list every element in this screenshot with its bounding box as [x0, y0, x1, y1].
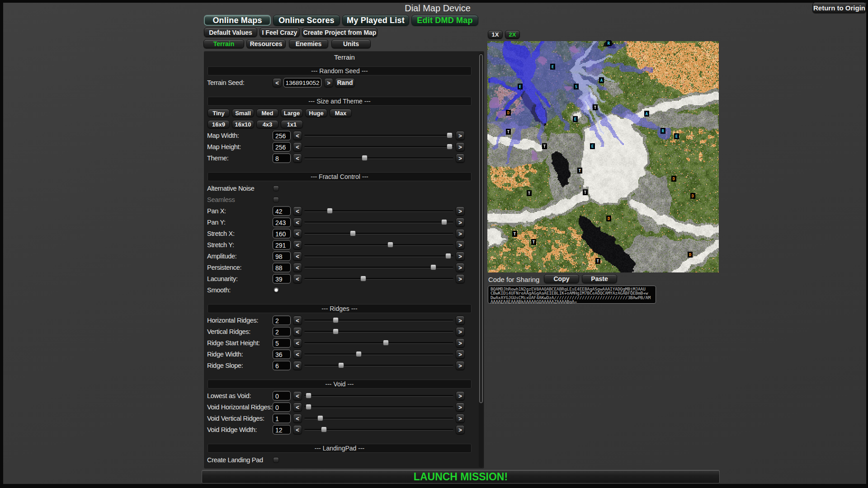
- subtab-resources[interactable]: Resources: [246, 39, 286, 48]
- map-marker-e[interactable]: E: [518, 84, 523, 89]
- horizontal-ridges-slider-handle[interactable]: [333, 317, 339, 323]
- seed-decrement-button[interactable]: <: [273, 78, 282, 87]
- void-vertical-ridges-decrement-button[interactable]: <: [293, 414, 302, 423]
- map-marker-e[interactable]: E: [573, 116, 578, 122]
- pan-y-value-input[interactable]: [273, 218, 291, 227]
- map-marker-r[interactable]: R: [660, 128, 665, 134]
- tab-edit-dmd-map[interactable]: Edit DMD Map: [411, 15, 478, 26]
- map-width-decrement-button[interactable]: <: [293, 131, 302, 140]
- lowest-as-void-decrement-button[interactable]: <: [293, 391, 302, 400]
- map-marker-a[interactable]: A: [599, 77, 604, 83]
- ridge-width-decrement-button[interactable]: <: [293, 350, 302, 359]
- ridge-slope-slider-handle[interactable]: [338, 362, 344, 368]
- map-marker-d[interactable]: D: [671, 176, 676, 182]
- persistence-increment-button[interactable]: >: [456, 263, 465, 272]
- map-marker-e[interactable]: E: [550, 64, 555, 70]
- lacunarity-decrement-button[interactable]: <: [293, 274, 302, 283]
- map-height-slider-track[interactable]: [304, 146, 453, 148]
- stretch-x-slider-handle[interactable]: [350, 230, 356, 236]
- pan-y-decrement-button[interactable]: <: [293, 218, 302, 227]
- map-width-increment-button[interactable]: >: [456, 131, 465, 140]
- map-marker-d[interactable]: D: [688, 252, 693, 258]
- theme-slider-track[interactable]: [304, 157, 453, 159]
- lacunarity-slider-track[interactable]: [304, 278, 453, 280]
- stretch-x-value-input[interactable]: [273, 229, 291, 239]
- persistence-value-input[interactable]: [273, 263, 291, 272]
- map-marker-a[interactable]: A: [644, 111, 649, 117]
- void-vertical-ridges-increment-button[interactable]: >: [456, 414, 465, 423]
- void-horizontal-ridges-slider-track[interactable]: [304, 406, 453, 408]
- map-marker-t[interactable]: T: [577, 168, 582, 174]
- vertical-ridges-slider-handle[interactable]: [333, 328, 339, 334]
- void-horizontal-ridges-decrement-button[interactable]: <: [293, 403, 302, 412]
- action-default-values[interactable]: Default Values: [204, 28, 257, 37]
- size-preset-small[interactable]: Small: [232, 109, 254, 117]
- horizontal-ridges-increment-button[interactable]: >: [456, 316, 465, 325]
- ridge-start-height-value-input[interactable]: [273, 338, 291, 348]
- ridge-start-height-slider-track[interactable]: [304, 342, 453, 344]
- amplitude-increment-button[interactable]: >: [456, 252, 465, 261]
- map-preview[interactable]: REASETADERETTETDTTDDTTDT: [487, 41, 719, 272]
- lowest-as-void-slider-handle[interactable]: [306, 393, 311, 399]
- map-marker-t[interactable]: T: [512, 231, 517, 237]
- map-marker-s[interactable]: S: [574, 84, 579, 89]
- pan-x-value-input[interactable]: [273, 206, 291, 216]
- seamless-checkbox[interactable]: [273, 197, 279, 203]
- void-ridge-width-increment-button[interactable]: >: [456, 425, 465, 434]
- map-marker-r[interactable]: R: [606, 40, 611, 46]
- lacunarity-increment-button[interactable]: >: [456, 274, 465, 283]
- map-height-slider-handle[interactable]: [447, 144, 453, 150]
- ridge-slope-increment-button[interactable]: >: [456, 361, 465, 370]
- size-preset-large[interactable]: Large: [281, 109, 303, 117]
- ridge-width-slider-track[interactable]: [304, 353, 453, 355]
- share-code-box[interactable]: BQAMDJhRewh1N2gzEV8AAQABCEABRgLEsE4EEBAg…: [488, 286, 656, 304]
- map-marker-t[interactable]: T: [527, 190, 532, 196]
- vertical-ridges-slider-track[interactable]: [304, 331, 453, 333]
- pan-x-decrement-button[interactable]: <: [293, 206, 302, 216]
- stretch-x-slider-track[interactable]: [304, 233, 453, 235]
- theme-decrement-button[interactable]: <: [293, 154, 302, 163]
- ridge-slope-slider-track[interactable]: [304, 365, 453, 366]
- stretch-y-slider-handle[interactable]: [387, 242, 393, 248]
- vertical-ridges-decrement-button[interactable]: <: [293, 327, 302, 336]
- smooth-checkbox[interactable]: [273, 287, 279, 293]
- ridge-width-increment-button[interactable]: >: [456, 350, 465, 359]
- seed-increment-button[interactable]: >: [324, 78, 333, 87]
- aspect-preset-16x9[interactable]: 16x9: [208, 120, 230, 128]
- void-horizontal-ridges-increment-button[interactable]: >: [456, 403, 465, 412]
- map-height-value-input[interactable]: [273, 142, 291, 152]
- create-landing-pad-checkbox[interactable]: [273, 457, 279, 463]
- void-ridge-width-slider-handle[interactable]: [321, 427, 327, 432]
- ridge-width-value-input[interactable]: [273, 350, 291, 359]
- horizontal-ridges-slider-track[interactable]: [304, 319, 453, 321]
- terrain-seed-input[interactable]: [283, 78, 321, 88]
- void-horizontal-ridges-slider-handle[interactable]: [306, 404, 311, 410]
- return-to-origin-button[interactable]: Return to Origin: [812, 2, 866, 13]
- tab-online-scores[interactable]: Online Scores: [273, 15, 340, 26]
- panel-scrollbar-thumb[interactable]: [479, 54, 483, 403]
- ridge-start-height-decrement-button[interactable]: <: [293, 338, 302, 347]
- stretch-y-increment-button[interactable]: >: [456, 240, 465, 249]
- map-marker-d[interactable]: D: [506, 110, 511, 116]
- launch-mission-button[interactable]: LAUNCH MISSION!: [202, 470, 720, 483]
- map-marker-t[interactable]: T: [531, 239, 536, 245]
- void-vertical-ridges-slider-handle[interactable]: [317, 415, 323, 421]
- pan-y-slider-handle[interactable]: [441, 219, 447, 225]
- horizontal-ridges-value-input[interactable]: [273, 316, 291, 325]
- vertical-ridges-value-input[interactable]: [273, 327, 291, 337]
- stretch-x-increment-button[interactable]: >: [456, 229, 465, 238]
- lowest-as-void-value-input[interactable]: [273, 391, 291, 401]
- zoom-1x-button[interactable]: 1X: [488, 30, 503, 39]
- theme-value-input[interactable]: [273, 154, 291, 163]
- size-preset-huge[interactable]: Huge: [305, 109, 327, 117]
- map-marker-t[interactable]: T: [583, 189, 588, 195]
- ridge-start-height-increment-button[interactable]: >: [456, 338, 465, 347]
- persistence-decrement-button[interactable]: <: [293, 263, 302, 272]
- pan-x-slider-track[interactable]: [304, 210, 453, 212]
- map-marker-t[interactable]: T: [506, 129, 511, 135]
- theme-slider-handle[interactable]: [362, 155, 368, 161]
- alternative-noise-checkbox[interactable]: [273, 186, 279, 192]
- seed-random-button[interactable]: Rand: [335, 78, 355, 87]
- amplitude-slider-track[interactable]: [304, 255, 453, 257]
- map-marker-e[interactable]: E: [590, 143, 595, 149]
